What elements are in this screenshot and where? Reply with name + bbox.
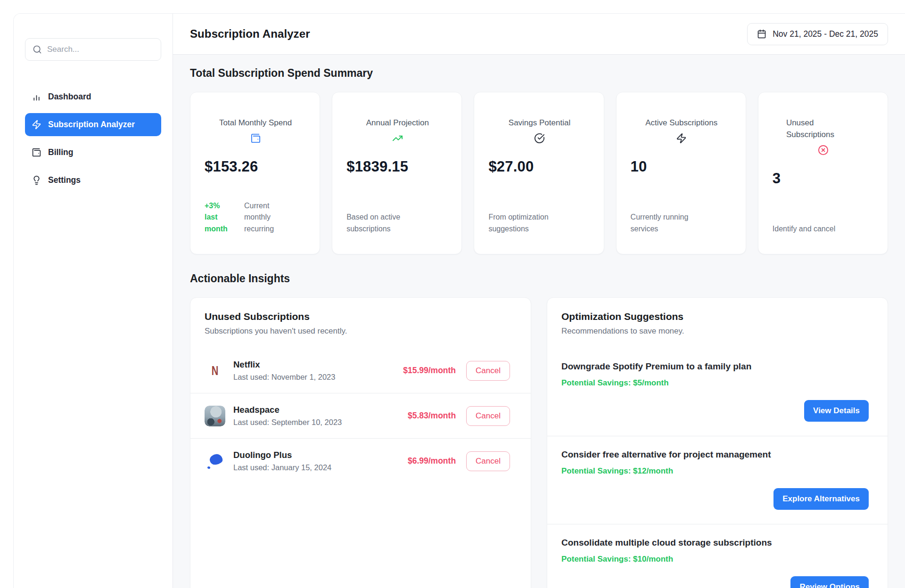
check-circle-icon [534,133,545,144]
subscription-name: Netflix [233,359,335,370]
app-window: Dashboard Subscription Analyzer Billing … [13,13,905,588]
insight-panels: Unused Subscriptions Subscriptions you h… [190,297,888,588]
sidebar-item-label: Dashboard [48,92,91,102]
search-icon [33,45,42,54]
page-title: Subscription Analyzer [190,27,310,41]
netflix-logo: N [205,360,225,381]
summary-heading: Total Subscription Spend Summary [190,67,888,80]
sidebar-item-billing[interactable]: Billing [25,141,161,164]
cancel-button[interactable]: Cancel [466,451,510,471]
card-unused-subscriptions: Unused Subscriptions 3 Identify and canc… [758,92,888,254]
subscription-name: Duolingo Plus [233,450,331,460]
cancel-button[interactable]: Cancel [466,361,510,381]
card-title: Annual Projection [366,117,429,129]
date-range-button[interactable]: Nov 21, 2025 - Dec 21, 2025 [747,23,888,45]
x-circle-icon [818,145,829,155]
panel-title: Unused Subscriptions [190,311,531,322]
subscription-price: $5.83/month [408,411,456,421]
card-note: Identify and cancel [773,223,835,235]
sidebar-nav: Dashboard Subscription Analyzer Billing … [25,85,161,192]
search-input[interactable] [47,45,154,54]
trending-up-icon [392,133,403,144]
main-area: Subscription Analyzer Nov 21, 2025 - Dec… [173,14,905,588]
card-value: $1839.15 [346,158,448,175]
sidebar: Dashboard Subscription Analyzer Billing … [14,14,173,588]
headspace-logo [205,406,225,426]
subscription-price: $6.99/month [408,456,456,466]
sidebar-item-dashboard[interactable]: Dashboard [25,85,161,108]
duolingo-logo [205,451,225,472]
subscription-price: $15.99/month [403,366,456,376]
lightbulb-icon [32,175,41,185]
sidebar-item-subscription-analyzer[interactable]: Subscription Analyzer [25,113,161,136]
card-note: From optimization suggestions [488,212,564,235]
card-value: 3 [773,170,874,187]
review-options-button[interactable]: Review Options [790,576,869,588]
view-details-button[interactable]: View Details [804,400,869,422]
subscription-row-headspace: Headspace Last used: September 10, 2023 … [190,393,531,438]
wallet-icon [250,133,261,144]
suggestion-savings: Potential Savings: $12/month [561,466,869,476]
suggestion-cloud-storage: Consolidate multiple cloud storage subsc… [547,524,888,588]
card-savings-potential: Savings Potential $27.00 From optimizati… [474,92,604,254]
content: Total Subscription Spend Summary Total M… [173,55,905,588]
optimization-suggestions-panel: Optimization Suggestions Recommendations… [547,297,888,588]
sidebar-item-label: Subscription Analyzer [48,120,135,130]
card-title: Total Monthly Spend [219,117,292,129]
sidebar-item-settings[interactable]: Settings [25,169,161,192]
card-note: Current monthly recurring [244,200,297,235]
zap-icon [676,133,687,144]
bar-chart-icon [32,92,41,102]
panel-subtitle: Recommendations to save money. [547,327,888,336]
cancel-button[interactable]: Cancel [466,406,510,426]
card-annual-projection: Annual Projection $1839.15 Based on acti… [332,92,462,254]
card-note: Currently running services [631,212,706,235]
card-active-subscriptions: Active Subscriptions 10 Currently runnin… [616,92,746,254]
suggestion-savings: Potential Savings: $5/month [561,378,869,388]
card-note: Based on active subscriptions [346,212,422,235]
sidebar-item-label: Settings [48,175,81,185]
date-range-label: Nov 21, 2025 - Dec 21, 2025 [773,29,878,39]
subscription-last-used: Last used: November 1, 2023 [233,373,335,382]
subscription-row-netflix: N Netflix Last used: November 1, 2023 $1… [190,348,531,393]
suggestion-title: Consider free alternative for project ma… [561,449,869,460]
card-title: Unused Subscriptions [786,117,861,140]
card-total-monthly-spend: Total Monthly Spend $153.26 +3% last mon… [190,92,320,254]
top-bar: Subscription Analyzer Nov 21, 2025 - Dec… [173,14,905,55]
card-value: $27.00 [488,158,590,175]
suggestion-title: Downgrade Spotify Premium to a family pl… [561,361,869,372]
calendar-icon [757,29,766,39]
panel-title: Optimization Suggestions [547,311,888,322]
suggestion-spotify: Downgrade Spotify Premium to a family pl… [547,348,888,436]
suggestion-title: Consolidate multiple cloud storage subsc… [561,538,869,548]
sidebar-item-label: Billing [48,147,73,157]
card-title: Active Subscriptions [645,117,717,129]
card-value: $153.26 [205,158,306,175]
subscription-last-used: Last used: September 10, 2023 [233,418,342,427]
card-value: 10 [631,158,732,175]
subscription-name: Headspace [233,405,342,415]
zap-icon [32,120,41,130]
suggestion-savings: Potential Savings: $10/month [561,555,869,564]
panel-subtitle: Subscriptions you haven't used recently. [190,327,531,336]
subscription-row-duolingo: Duolingo Plus Last used: January 15, 202… [190,438,531,483]
card-title: Savings Potential [509,117,570,129]
suggestion-project-management: Consider free alternative for project ma… [547,436,888,524]
wallet-icon [32,147,41,157]
insights-heading: Actionable Insights [190,272,888,285]
subscription-last-used: Last used: January 15, 2024 [233,463,331,472]
explore-alternatives-button[interactable]: Explore Alternatives [773,488,869,510]
card-delta: +3% last month [205,200,232,235]
summary-cards: Total Monthly Spend $153.26 +3% last mon… [190,92,888,254]
unused-subscriptions-panel: Unused Subscriptions Subscriptions you h… [190,297,531,588]
search-box[interactable] [25,38,161,61]
